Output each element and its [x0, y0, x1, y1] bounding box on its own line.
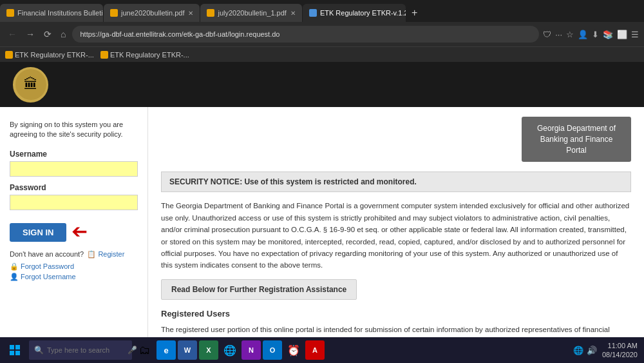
browser-menu-icon[interactable]: ☰: [631, 30, 639, 39]
username-input[interactable]: [10, 161, 138, 177]
tab-july-bulletin[interactable]: july2020bulletin_1.pdf ✕: [200, 4, 301, 22]
forgot-password-link[interactable]: 🔒 Forgot Password: [10, 262, 138, 271]
taskbar-time-display: 11:00 AM: [602, 341, 638, 350]
forgot-username-link[interactable]: 👤 Forgot Username: [10, 273, 138, 281]
page-wrapper: 🏛 By signing on to this system you are a…: [0, 62, 644, 363]
network-icon: 🌐: [573, 346, 583, 355]
tab-label-1: Financial Institutions Bulletin : C...: [17, 9, 103, 17]
bookmark-label-2: ETK Regulatory ETKR-...: [110, 51, 189, 59]
password-input[interactable]: [10, 195, 138, 210]
no-account-text: Don't have an account?: [10, 250, 84, 258]
new-tab-button[interactable]: +: [406, 4, 422, 22]
right-panel: Georgia Department of Banking and Financ…: [148, 107, 644, 363]
start-button[interactable]: [3, 339, 26, 362]
security-note: By signing on to this system you are agr…: [10, 120, 138, 140]
reg-assistance-button[interactable]: Read Below for Further Registration Assi…: [161, 279, 357, 300]
browser-chrome: Financial Institutions Bulletin : C... ✕…: [0, 0, 644, 62]
tab-label-2: june2020bulletin.pdf: [121, 9, 184, 17]
taskbar-right: 🌐 🔊 11:00 AM 08/14/2020: [573, 341, 641, 360]
volume-icon: 🔊: [587, 346, 597, 355]
bookmark-favicon-1: [5, 51, 13, 59]
tab-financial-bulletin[interactable]: Financial Institutions Bulletin : C... ✕: [0, 4, 103, 22]
taskbar-clock: 11:00 AM 08/14/2020: [602, 341, 638, 360]
taskbar-app-edge[interactable]: e: [156, 340, 176, 360]
main-content: By signing on to this system you are agr…: [0, 107, 644, 363]
back-button[interactable]: ←: [5, 28, 19, 41]
collections-icon[interactable]: 📚: [603, 30, 613, 39]
taskbar-search[interactable]: 🔍 🎤: [29, 340, 132, 360]
tab-favicon-1: [6, 9, 14, 17]
left-panel: By signing on to this system you are agr…: [0, 107, 148, 363]
taskbar-app-word[interactable]: W: [178, 340, 197, 360]
main-paragraph: The Georgia Department of Banking and Fi…: [161, 200, 631, 271]
taskbar-app-outlook[interactable]: O: [263, 340, 282, 360]
lock-icon-password: 🔒: [10, 262, 19, 271]
shield-icon: 🛡: [543, 30, 551, 39]
password-label: Password: [10, 183, 138, 192]
lock-icon-username: 👤: [10, 273, 19, 281]
taskbar-app-chrome[interactable]: 🌐: [220, 340, 240, 360]
bookmark-2[interactable]: ETK Regulatory ETKR-...: [100, 51, 189, 59]
forward-button[interactable]: →: [23, 28, 37, 41]
tab-favicon-3: [207, 9, 214, 17]
forgot-username-label: Forgot Username: [21, 273, 76, 280]
taskbar-app-excel[interactable]: X: [199, 340, 218, 360]
site-header: 🏛: [0, 62, 644, 107]
bookmark-favicon-2: [100, 51, 108, 59]
taskbar-app-onenote[interactable]: N: [242, 340, 261, 360]
tab-etk-regulatory[interactable]: ETK Regulatory ETKR-v.1.24.0... ✕: [303, 4, 406, 22]
refresh-button[interactable]: ⟳: [41, 28, 54, 41]
bookmarks-bar: ETK Regulatory ETKR-... ETK Regulatory E…: [0, 46, 644, 62]
taskbar-date-display: 08/14/2020: [602, 350, 638, 359]
tab-favicon-2: [110, 9, 118, 17]
bookmark-label-1: ETK Regulatory ETKR-...: [15, 51, 94, 59]
register-row: Don't have an account? 📋 Register: [10, 250, 138, 259]
portal-button[interactable]: Georgia Department of Banking and Financ…: [522, 117, 631, 162]
star-icon[interactable]: ☆: [566, 30, 574, 39]
forgot-password-label: Forgot Password: [21, 262, 74, 270]
split-icon[interactable]: ⬜: [617, 30, 627, 39]
register-link[interactable]: Register: [98, 250, 124, 258]
username-label: Username: [10, 150, 138, 159]
registered-users-heading: Registered Users: [161, 309, 631, 319]
address-input[interactable]: [72, 26, 539, 43]
security-notice-text: SECURITY NOTICE: Use of this system is r…: [169, 177, 417, 186]
taskbar: 🔍 🎤 🗂 e W X 🌐 N O ⏰ A 🌐 🔊 11:00: [0, 337, 644, 363]
taskbar-search-input[interactable]: [47, 346, 124, 354]
address-bar: ← → ⟳ ⌂ 🛡 ··· ☆ 👤 ⬇ 📚 ⬜ ☰: [0, 22, 644, 46]
sign-in-button[interactable]: SIGN IN: [10, 223, 66, 242]
arrow-indicator: ➔: [71, 220, 88, 242]
security-notice-box: SECURITY NOTICE: Use of this system is r…: [161, 172, 631, 192]
logo-icon: 🏛: [24, 76, 38, 93]
tab-june-bulletin[interactable]: june2020bulletin.pdf ✕: [104, 4, 200, 22]
tab-close-3[interactable]: ✕: [290, 10, 296, 17]
taskbar-app-clock[interactable]: ⏰: [284, 340, 303, 360]
tab-favicon-4: [309, 9, 317, 17]
toolbar-icons: 🛡 ··· ☆ 👤 ⬇ 📚 ⬜ ☰: [543, 30, 639, 39]
menu-dots-icon[interactable]: ···: [555, 30, 562, 39]
tab-label-3: july2020bulletin_1.pdf: [218, 9, 286, 17]
windows-logo-icon: [10, 345, 20, 355]
taskbar-apps: 🗂 e W X 🌐 N O ⏰ A: [135, 340, 325, 360]
site-logo: 🏛: [13, 67, 48, 103]
taskbar-app-explorer[interactable]: 🗂: [135, 340, 155, 360]
home-button[interactable]: ⌂: [58, 28, 68, 41]
profile-icon[interactable]: 👤: [578, 30, 588, 39]
logo-inner: 🏛: [15, 69, 46, 100]
download-icon[interactable]: ⬇: [592, 30, 599, 39]
tab-bar: Financial Institutions Bulletin : C... ✕…: [0, 0, 644, 22]
system-tray-icons: 🌐 🔊: [573, 346, 597, 355]
taskbar-app-acrobat[interactable]: A: [305, 340, 325, 360]
tab-close-2[interactable]: ✕: [188, 10, 193, 17]
search-icon: 🔍: [34, 346, 44, 355]
tab-label-4: ETK Regulatory ETKR-v.1.24.0...: [320, 9, 406, 17]
bookmark-1[interactable]: ETK Regulatory ETKR-...: [5, 51, 94, 59]
